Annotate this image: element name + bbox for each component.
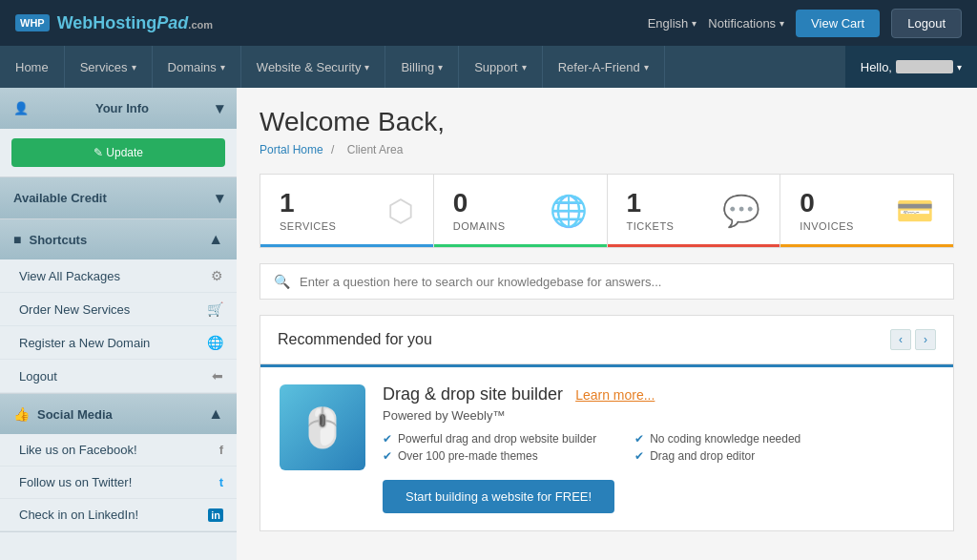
top-bar-actions: English ▾ Notifications ▾ View Cart Logo… [648, 9, 962, 38]
sidebar-your-info-header[interactable]: 👤 Your Info ▾ [0, 88, 237, 129]
top-bar: WHP WebHostingPad.com English ▾ Notifica… [0, 0, 977, 46]
sidebar-item-linkedin[interactable]: Check in on LinkedIn! in [0, 499, 237, 531]
stat-domains-bar [434, 244, 607, 247]
available-credit-toggle[interactable]: ▾ [216, 189, 223, 207]
next-button[interactable]: › [915, 329, 936, 350]
language-selector[interactable]: English ▾ [648, 16, 697, 31]
sidebar-available-credit-header[interactable]: Available Credit ▾ [0, 177, 237, 218]
stat-services-bar [260, 244, 433, 247]
nav-website-security[interactable]: Website & Security ▾ [241, 46, 386, 88]
shortcuts-toggle[interactable]: ▲ [208, 231, 223, 248]
stat-invoices[interactable]: 0 INVOICES 💳 [780, 175, 953, 247]
cart-icon: 🛒 [207, 301, 223, 317]
your-info-label: Your Info [95, 101, 149, 115]
search-icon: 🔍 [274, 274, 290, 289]
search-input[interactable] [300, 275, 940, 289]
sidebar-item-register-domain[interactable]: Register a New Domain 🌐 [0, 326, 237, 360]
sidebar-item-twitter[interactable]: Follow us on Twitter! t [0, 467, 237, 499]
stat-invoices-bar [780, 244, 953, 247]
sidebar-item-logout[interactable]: Logout ⬅ [0, 360, 237, 393]
carousel-nav: ‹ › [890, 329, 936, 350]
prev-button[interactable]: ‹ [890, 329, 911, 350]
learn-more-link[interactable]: Learn more... [575, 387, 655, 403]
recommended-section: Recommended for you ‹ › 🖱️ Drag & drop s… [260, 315, 954, 531]
stat-services-label: SERVICES [280, 220, 336, 232]
social-media-toggle[interactable]: ▲ [208, 405, 223, 423]
stat-tickets-bar [608, 244, 780, 247]
sidebar-social-media-section: 👍 Social Media ▲ Like us on Facebook! f … [0, 394, 237, 532]
feature-3: ✔ No coding knowledge needed [634, 432, 800, 446]
user-greeting[interactable]: Hello, ▾ [845, 46, 977, 88]
view-cart-button[interactable]: View Cart [796, 10, 880, 37]
social-media-label: Social Media [37, 407, 113, 422]
logout-icon: ⬅ [212, 368, 223, 384]
shortcuts-icon: ■ [13, 232, 21, 247]
breadcrumb: Portal Home / Client Area [260, 143, 954, 156]
recommended-title: Recommended for you [278, 331, 432, 348]
nav-domains[interactable]: Domains ▾ [153, 46, 241, 88]
breadcrumb-home[interactable]: Portal Home [260, 143, 323, 156]
facebook-icon: f [219, 443, 223, 457]
your-info-toggle[interactable]: ▾ [216, 99, 223, 117]
feature-4: ✔ Drag and drop editor [634, 449, 800, 463]
your-info-icon: 👤 [13, 101, 29, 115]
main-content: Welcome Back, Portal Home / Client Area … [237, 88, 977, 560]
stat-invoices-number: 0 [800, 190, 854, 217]
stat-tickets-number: 1 [627, 190, 675, 217]
social-icon: 👍 [13, 406, 30, 422]
features-col-right: ✔ No coding knowledge needed ✔ Drag and … [634, 432, 800, 467]
welcome-title: Welcome Back, [260, 107, 954, 137]
stat-domains-label: DOMAINS [453, 220, 506, 232]
nav-home[interactable]: Home [0, 46, 65, 88]
product-info: Drag & drop site builder Learn more... P… [383, 384, 934, 513]
nav-services[interactable]: Services ▾ [65, 46, 153, 88]
sidebar-shortcuts-header[interactable]: ■ Shortcuts ▲ [0, 219, 237, 259]
breadcrumb-separator: / [331, 143, 334, 156]
drag-drop-icon: 🖱️ [299, 405, 346, 450]
user-name [896, 60, 953, 73]
twitter-icon: t [219, 475, 223, 489]
check-icon-2: ✔ [383, 449, 392, 463]
breadcrumb-current: Client Area [347, 143, 404, 156]
stat-domains[interactable]: 0 DOMAINS 🌐 [434, 175, 608, 247]
logout-button[interactable]: Logout [891, 9, 962, 38]
domains-icon: 🌐 [550, 193, 588, 229]
product-subtitle: Powered by Weebly™ [383, 408, 934, 423]
check-icon-3: ✔ [634, 432, 644, 446]
sidebar-available-credit-section: Available Credit ▾ [0, 177, 237, 219]
sidebar-social-media-header[interactable]: 👍 Social Media ▲ [0, 394, 237, 434]
features-col-left: ✔ Powerful drag and drop website builder… [383, 432, 596, 467]
notifications-button[interactable]: Notifications ▾ [708, 16, 784, 31]
main-layout: 👤 Your Info ▾ ✎ Update Available Credit … [0, 88, 977, 560]
stat-services-number: 1 [280, 190, 336, 217]
feature-1: ✔ Powerful drag and drop website builder [383, 432, 596, 446]
invoices-icon: 💳 [896, 193, 934, 229]
nav-support[interactable]: Support ▾ [459, 46, 543, 88]
shortcuts-label: Shortcuts [29, 233, 87, 247]
nav-billing[interactable]: Billing ▾ [385, 46, 459, 88]
logo: WHP WebHostingPad.com [15, 13, 213, 33]
logo-badge: WHP [15, 14, 50, 31]
check-icon-4: ✔ [634, 449, 644, 463]
recommended-header: Recommended for you ‹ › [260, 316, 953, 364]
sidebar-item-view-packages[interactable]: View All Packages ⚙ [0, 259, 237, 293]
nav-refer[interactable]: Refer-A-Friend ▾ [543, 46, 665, 88]
update-button[interactable]: ✎ Update [11, 138, 225, 167]
product-title: Drag & drop site builder Learn more... [383, 384, 934, 404]
tickets-icon: 💬 [722, 193, 760, 229]
stat-domains-number: 0 [453, 190, 506, 217]
sidebar-item-facebook[interactable]: Like us on Facebook! f [0, 434, 237, 467]
check-icon-1: ✔ [383, 432, 392, 446]
globe-icon: 🌐 [207, 335, 223, 350]
available-credit-label: Available Credit [13, 191, 107, 205]
stat-tickets-label: TICKETS [627, 220, 675, 232]
services-icon: ⬡ [387, 193, 414, 229]
features-row: ✔ Powerful drag and drop website builder… [383, 432, 934, 467]
stat-services[interactable]: 1 SERVICES ⬡ [260, 175, 434, 247]
sidebar: 👤 Your Info ▾ ✎ Update Available Credit … [0, 88, 237, 560]
start-building-button[interactable]: Start building a website for FREE! [383, 480, 614, 513]
stat-tickets[interactable]: 1 TICKETS 💬 [608, 175, 781, 247]
stat-invoices-label: INVOICES [800, 220, 854, 232]
feature-2: ✔ Over 100 pre-made themes [383, 449, 596, 463]
sidebar-item-order-services[interactable]: Order New Services 🛒 [0, 293, 237, 326]
